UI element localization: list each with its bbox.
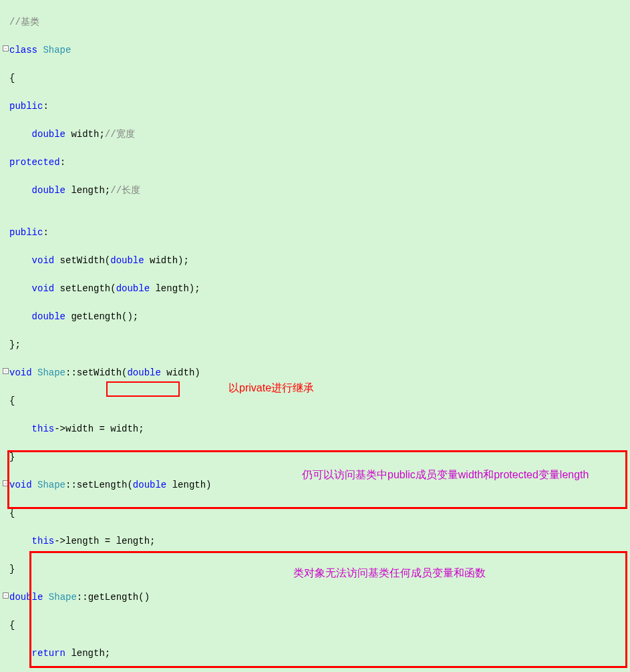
code-editor: //基类 -class Shape { public: double width…: [3, 1, 627, 672]
code-line: -double Shape::getLength(): [3, 591, 627, 605]
code-line: -void Shape::setWidth(double width): [3, 366, 627, 380]
fold-icon[interactable]: -: [3, 45, 9, 51]
code-line: public:: [3, 226, 627, 240]
code-line: this->length = length;: [3, 534, 627, 548]
code-line: void setWidth(double width);: [3, 254, 627, 268]
fold-icon[interactable]: -: [3, 593, 9, 599]
code-line: public:: [3, 100, 627, 114]
fold-icon[interactable]: -: [3, 480, 9, 486]
code-line: }: [3, 450, 627, 464]
code-line: double length;//长度: [3, 184, 627, 198]
code-line: }: [3, 562, 627, 576]
code-line: protected:: [3, 156, 627, 170]
code-line: double width;//宽度: [3, 128, 627, 142]
code-line: void setLength(double length);: [3, 282, 627, 296]
fold-icon[interactable]: -: [3, 368, 9, 374]
code-line: {: [3, 71, 627, 86]
code-line: //基类: [3, 15, 627, 29]
code-line: return length;: [3, 647, 627, 661]
code-line: this->width = width;: [3, 422, 627, 436]
code-line: -class Shape: [3, 43, 627, 57]
code-line: -void Shape::setLength(double length): [3, 478, 627, 492]
code-line: {: [3, 619, 627, 633]
code-line: };: [3, 338, 627, 352]
annotation-private: 以private进行继承: [228, 381, 314, 395]
code-line: {: [3, 394, 627, 408]
code-line: {: [3, 506, 627, 520]
code-line: double getLength();: [3, 310, 627, 324]
